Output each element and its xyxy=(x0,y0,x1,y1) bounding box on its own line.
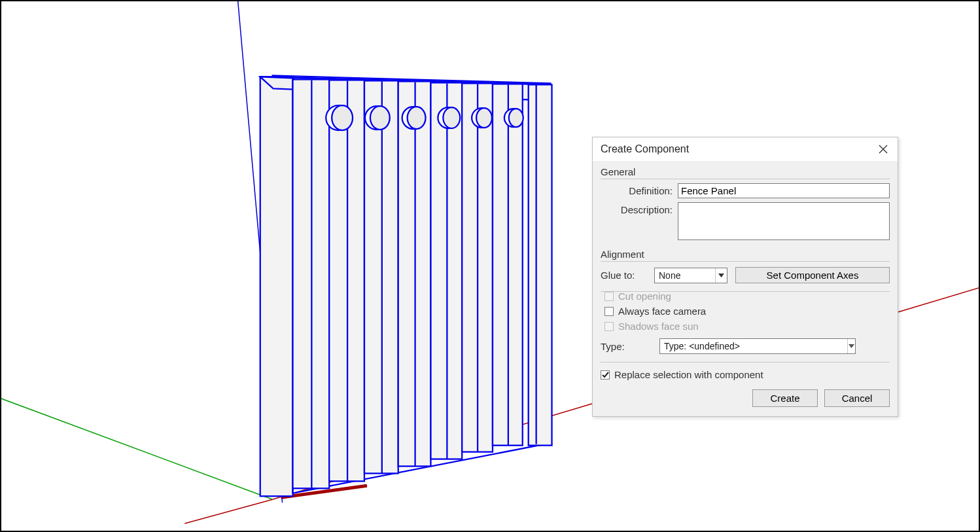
alignment-row: Glue to: None Set Component Axes xyxy=(601,267,890,292)
section-general-label: General xyxy=(601,166,890,179)
glue-to-dropdown[interactable]: None xyxy=(654,268,727,283)
shadows-face-checkbox-row: Shadows face sun xyxy=(604,321,890,332)
description-input[interactable] xyxy=(678,202,890,240)
svg-line-2 xyxy=(184,499,272,523)
always-face-checkbox-row[interactable]: Always face camera xyxy=(604,306,890,317)
create-component-dialog: Create Component General Definition: Des… xyxy=(592,137,898,417)
always-face-label: Always face camera xyxy=(618,306,706,317)
chevron-down-icon xyxy=(847,339,855,353)
always-face-checkbox[interactable] xyxy=(604,307,614,316)
chevron-down-icon xyxy=(715,268,727,283)
svg-point-33 xyxy=(443,107,460,128)
shadows-face-checkbox xyxy=(604,322,614,331)
replace-selection-row[interactable]: Replace selection with component xyxy=(601,369,890,380)
create-button[interactable]: Create xyxy=(752,389,818,407)
glue-to-label: Glue to: xyxy=(601,270,646,281)
cancel-button[interactable]: Cancel xyxy=(824,389,890,407)
close-icon[interactable] xyxy=(875,141,891,157)
cut-opening-checkbox-row: Cut opening xyxy=(604,291,890,302)
glue-to-value: None xyxy=(655,270,715,281)
type-value: Type: <undefined> xyxy=(660,341,847,351)
svg-point-35 xyxy=(476,108,492,128)
svg-line-0 xyxy=(1,363,273,499)
svg-rect-10 xyxy=(529,84,552,445)
dialog-title: Create Component xyxy=(601,143,689,155)
definition-row: Definition: xyxy=(601,183,890,198)
dialog-titlebar[interactable]: Create Component xyxy=(593,137,898,161)
type-label: Type: xyxy=(601,341,646,352)
svg-rect-7 xyxy=(260,77,293,496)
definition-input[interactable] xyxy=(678,183,890,198)
svg-point-27 xyxy=(332,105,353,130)
description-row: Description: xyxy=(601,202,890,242)
cut-opening-label: Cut opening xyxy=(618,291,671,302)
replace-selection-checkbox[interactable] xyxy=(601,370,610,380)
svg-point-37 xyxy=(509,109,523,127)
definition-label: Definition: xyxy=(601,183,678,196)
description-label: Description: xyxy=(601,202,678,215)
section-alignment-label: Alignment xyxy=(601,249,890,262)
svg-point-31 xyxy=(408,107,426,129)
dialog-body: General Definition: Description: Alignme… xyxy=(593,161,898,416)
shadows-face-label: Shadows face sun xyxy=(618,321,699,332)
set-component-axes-button[interactable]: Set Component Axes xyxy=(735,267,890,283)
dialog-footer: Create Cancel xyxy=(601,383,890,408)
svg-point-29 xyxy=(370,106,390,130)
type-dropdown[interactable]: Type: <undefined> xyxy=(659,338,856,354)
type-row: Type: Type: <undefined> xyxy=(601,338,890,363)
cut-opening-checkbox xyxy=(604,292,614,301)
replace-selection-label: Replace selection with component xyxy=(614,369,763,380)
